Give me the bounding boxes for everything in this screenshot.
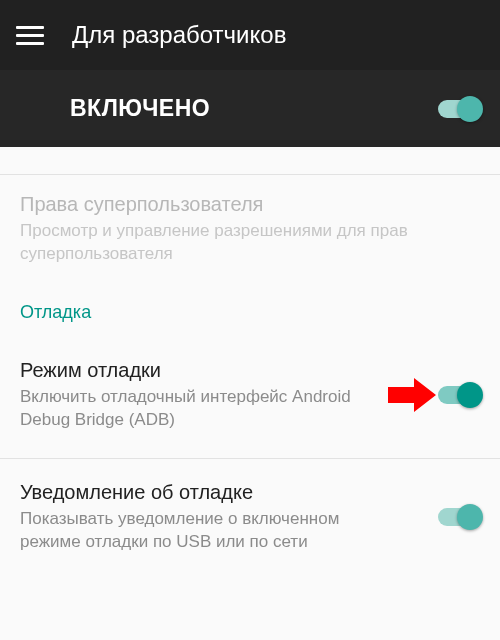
debug-mode-switch[interactable] [438,386,480,404]
section-debug-label: Отладка [0,284,500,333]
debug-mode-row[interactable]: Режим отладки Включить отладочный интерф… [0,333,500,458]
debug-mode-subtitle: Включить отладочный интерфейс Android De… [20,386,368,432]
superuser-title: Права суперпользователя [20,193,410,216]
superuser-subtitle: Просмотр и управление разрешениями для п… [20,220,410,266]
superuser-row[interactable]: Права суперпользователя Просмотр и управ… [0,175,500,284]
debug-notification-subtitle: Показывать уведомление о включенном режи… [20,508,368,554]
master-toggle-switch[interactable] [438,100,480,118]
master-toggle-label: ВКЛЮЧЕНО [70,95,438,122]
debug-notification-title: Уведомление об отладке [20,481,368,504]
page-title: Для разработчиков [72,21,286,49]
appbar: Для разработчиков [0,0,500,70]
debug-mode-title: Режим отладки [20,359,368,382]
debug-notification-row[interactable]: Уведомление об отладке Показывать уведом… [0,459,500,572]
master-toggle-row[interactable]: ВКЛЮЧЕНО [0,70,500,147]
settings-content: Права суперпользователя Просмотр и управ… [0,147,500,572]
menu-icon[interactable] [16,21,44,49]
debug-notification-switch[interactable] [438,508,480,526]
